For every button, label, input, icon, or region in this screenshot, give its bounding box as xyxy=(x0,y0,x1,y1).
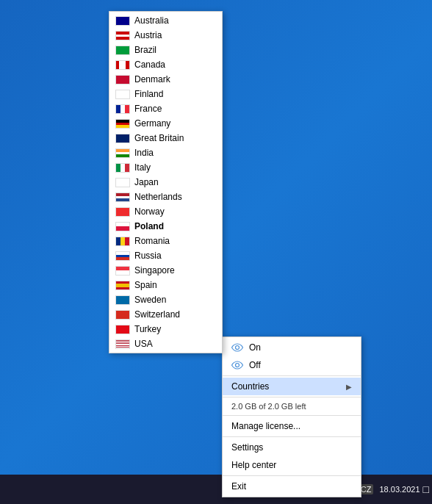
country-item-usa[interactable]: USA xyxy=(109,336,222,351)
country-item-great-britain[interactable]: Great Britain xyxy=(109,131,222,145)
menu-item-on[interactable]: On xyxy=(223,339,361,356)
menu-item-exit[interactable]: Exit xyxy=(223,478,361,495)
country-item-sweden[interactable]: Sweden xyxy=(109,292,222,307)
flag-romania xyxy=(115,237,130,246)
flag-austria xyxy=(115,31,130,40)
eye-off-icon xyxy=(231,361,243,370)
menu-separator xyxy=(223,397,361,397)
flag-singapore xyxy=(115,266,130,276)
flag-france xyxy=(115,104,130,114)
country-label-poland: Poland xyxy=(134,221,164,231)
country-label-singapore: Singapore xyxy=(134,265,175,276)
country-label-netherlands: Netherlands xyxy=(134,192,182,202)
menu-label-exit: Exit xyxy=(231,481,246,492)
flag-russia xyxy=(115,251,130,261)
menu-label-settings: Settings xyxy=(231,442,263,453)
country-item-austria[interactable]: Austria xyxy=(109,28,222,43)
country-item-turkey[interactable]: Turkey xyxy=(109,322,222,336)
country-label-turkey: Turkey xyxy=(134,324,161,334)
country-label-spain: Spain xyxy=(134,280,157,290)
country-item-france[interactable]: France xyxy=(109,101,222,116)
country-label-italy: Italy xyxy=(134,162,151,173)
menu-separator xyxy=(223,475,361,476)
country-label-russia: Russia xyxy=(134,251,162,261)
menu-item-settings[interactable]: Settings xyxy=(223,439,361,456)
flag-finland xyxy=(115,90,130,99)
desktop: AustraliaAustriaBrazilCanadaDenmarkFinla… xyxy=(0,0,432,504)
country-label-sweden: Sweden xyxy=(134,295,166,305)
menu-label-help-center: Help center xyxy=(231,460,276,470)
menu-separator xyxy=(223,415,361,416)
country-item-poland[interactable]: Poland xyxy=(109,219,222,234)
country-item-brazil[interactable]: Brazil xyxy=(109,43,222,57)
country-label-finland: Finland xyxy=(134,89,163,99)
flag-switzerland xyxy=(115,310,130,320)
country-item-spain[interactable]: Spain xyxy=(109,278,222,292)
flag-poland xyxy=(115,222,130,231)
flag-great-britain xyxy=(115,134,130,143)
menu-label-on: On xyxy=(249,342,261,353)
flag-brazil xyxy=(115,46,130,55)
flag-italy xyxy=(115,163,130,173)
menu-separator xyxy=(223,375,361,376)
country-label-canada: Canada xyxy=(134,60,165,70)
country-label-usa: USA xyxy=(134,339,153,349)
flag-germany xyxy=(115,119,130,129)
menu-item-help-center[interactable]: Help center xyxy=(223,456,361,474)
country-label-romania: Romania xyxy=(134,236,170,246)
flag-denmark xyxy=(115,75,130,84)
country-item-italy[interactable]: Italy xyxy=(109,160,222,175)
menu-item-manage-license[interactable]: Manage license... xyxy=(223,417,361,435)
country-item-switzerland[interactable]: Switzerland xyxy=(109,307,222,322)
country-item-romania[interactable]: Romania xyxy=(109,234,222,248)
flag-netherlands xyxy=(115,192,130,202)
country-item-germany[interactable]: Germany xyxy=(109,116,222,131)
flag-india xyxy=(115,148,130,158)
flag-sweden xyxy=(115,295,130,305)
country-label-norway: Norway xyxy=(134,206,165,217)
svg-point-1 xyxy=(236,364,240,367)
country-label-brazil: Brazil xyxy=(134,45,156,55)
menu-item-off[interactable]: Off xyxy=(223,356,361,374)
storage-info: 2.0 GB of 2.0 GB left xyxy=(223,399,361,414)
country-label-switzerland: Switzerland xyxy=(134,309,180,320)
country-label-france: France xyxy=(134,104,162,114)
country-label-austria: Austria xyxy=(134,30,162,40)
flag-canada xyxy=(115,60,130,70)
country-item-russia[interactable]: Russia xyxy=(109,248,222,263)
datetime-display: 18.03.2021 xyxy=(379,485,420,494)
menu-label-manage-license: Manage license... xyxy=(231,421,300,431)
flag-usa xyxy=(115,339,130,349)
country-label-denmark: Denmark xyxy=(134,74,170,84)
submenu-arrow-countries: ▶ xyxy=(346,383,352,391)
flag-turkey xyxy=(115,325,130,334)
menu-item-countries[interactable]: Countries▶ xyxy=(223,378,361,395)
country-label-australia: Australia xyxy=(134,15,169,26)
country-item-finland[interactable]: Finland xyxy=(109,87,222,101)
country-item-netherlands[interactable]: Netherlands xyxy=(109,190,222,204)
notification-icon[interactable]: □ xyxy=(423,483,429,495)
context-menu: On OffCountries▶2.0 GB of 2.0 GB leftMan… xyxy=(222,336,361,497)
flag-spain xyxy=(115,281,130,290)
country-item-denmark[interactable]: Denmark xyxy=(109,72,222,87)
menu-label-countries: Countries xyxy=(231,381,269,392)
taskbar: ▲ 🌐 🔊 CZ 18.03.2021 □ xyxy=(0,475,432,504)
flag-japan xyxy=(115,178,130,187)
country-item-japan[interactable]: Japan xyxy=(109,175,222,190)
menu-separator xyxy=(223,436,361,437)
country-item-singapore[interactable]: Singapore xyxy=(109,263,222,278)
eye-icon xyxy=(231,343,243,352)
country-label-india: India xyxy=(134,148,154,158)
country-label-germany: Germany xyxy=(134,118,170,129)
svg-point-0 xyxy=(236,346,240,350)
flag-norway xyxy=(115,207,130,217)
country-item-canada[interactable]: Canada xyxy=(109,57,222,72)
menu-label-off: Off xyxy=(249,360,261,370)
flag-australia xyxy=(115,16,130,26)
countries-menu: AustraliaAustriaBrazilCanadaDenmarkFinla… xyxy=(109,11,223,353)
country-item-australia[interactable]: Australia xyxy=(109,13,222,28)
country-label-japan: Japan xyxy=(134,177,159,187)
country-label-great-britain: Great Britain xyxy=(134,133,184,143)
country-item-norway[interactable]: Norway xyxy=(109,204,222,219)
country-item-india[interactable]: India xyxy=(109,145,222,160)
